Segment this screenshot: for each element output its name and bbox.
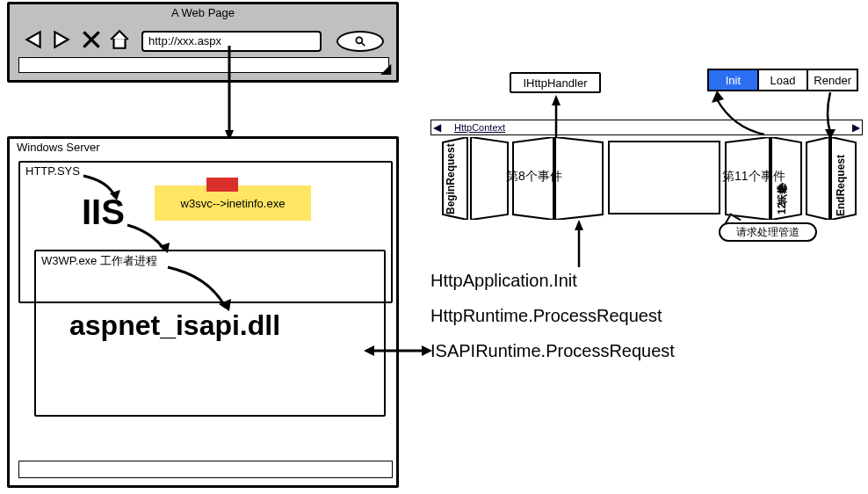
- forward-icon[interactable]: [50, 28, 73, 51]
- server-title: Windows Server: [17, 141, 100, 154]
- pipeline-callout: 请求处理管道: [719, 222, 817, 242]
- pipeline: BeginRequest 第12个事件 EndRequest: [439, 137, 859, 223]
- back-icon[interactable]: [22, 28, 45, 51]
- server-footer-bar: [18, 461, 393, 478]
- httpsys-label: HTTP.SYS: [25, 164, 80, 178]
- api-httpapplication-init: HttpApplication.Init: [430, 271, 577, 291]
- lifecycle-init: Init: [709, 70, 759, 90]
- arrow-httpsys-to-iis: [82, 174, 122, 204]
- resize-grip-icon: ◢: [380, 60, 391, 76]
- api-httpruntime-processrequest: HttpRuntime.ProcessRequest: [430, 306, 662, 326]
- event11-label: 第11个事件: [722, 169, 785, 185]
- stop-icon[interactable]: [80, 28, 103, 51]
- server-panel: Windows Server HTTP.SYS IIS w3svc-->inet…: [7, 136, 399, 488]
- panel-2: [469, 137, 511, 220]
- svg-marker-7: [555, 137, 603, 220]
- arrow-browser-to-server: [225, 46, 234, 142]
- end-request-label: EndRequest: [835, 142, 847, 216]
- arrow-w3wp-to-dll: [164, 265, 235, 315]
- svg-point-0: [356, 37, 362, 43]
- api-isapiruntime-processrequest: ISAPIRuntime.ProcessRequest: [430, 341, 675, 361]
- browser-status-bar: [18, 57, 389, 73]
- ihttphandler-box: IHttpHandler: [510, 72, 601, 93]
- home-icon[interactable]: [108, 28, 131, 51]
- httpcontext-label: HttpContext: [454, 122, 505, 133]
- browser-title: A Web Page: [10, 6, 396, 19]
- panel-center: [608, 141, 720, 214]
- svg-marker-5: [471, 137, 508, 220]
- httpcontext-right-icon: ▶: [852, 121, 860, 134]
- panel-8: [803, 137, 833, 220]
- httpcontext-left-icon: ◀: [433, 121, 441, 134]
- lifecycle-render: Render: [808, 70, 857, 90]
- arrow-api-to-pipeline: [575, 220, 583, 269]
- w3wp-label: W3WP.exe 工作者进程: [41, 253, 157, 269]
- svg-marker-10: [807, 137, 829, 220]
- event8-label: 第8个事件: [506, 169, 562, 185]
- search-icon: [354, 35, 366, 47]
- browser-window: A Web Page http://xxx.aspx ◢: [7, 2, 399, 83]
- arrow-dll-to-isapi: [364, 345, 432, 357]
- search-button[interactable]: [336, 31, 384, 52]
- httpcontext-bar: ◀ HttpContext ▶: [430, 120, 863, 135]
- begin-request-label: BeginRequest: [445, 144, 457, 214]
- lifecycle-box: Init Load Render: [707, 69, 858, 91]
- lifecycle-load: Load: [759, 70, 809, 90]
- note-tape: [206, 178, 238, 192]
